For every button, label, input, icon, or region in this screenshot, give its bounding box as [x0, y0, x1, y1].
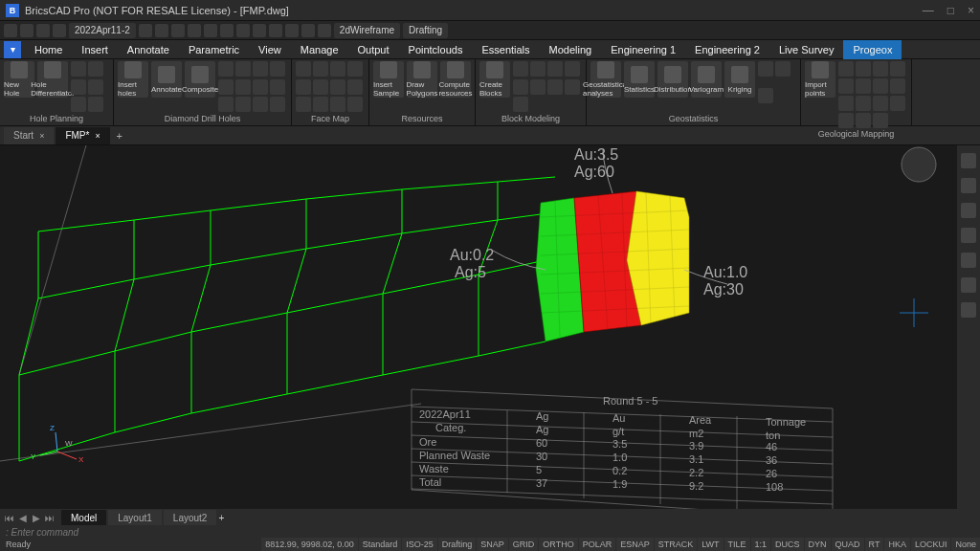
app-menu-button[interactable]: ▾: [4, 41, 21, 58]
side-tool-icon[interactable]: [961, 277, 976, 293]
ribbon-icon[interactable]: [890, 96, 905, 111]
side-tool-icon[interactable]: [961, 203, 976, 218]
maximize-button[interactable]: □: [947, 4, 954, 17]
add-tab-button[interactable]: +: [112, 130, 127, 142]
ribbon-icon[interactable]: [565, 79, 580, 95]
menu-modeling[interactable]: Modeling: [540, 40, 602, 59]
ribbon-icon[interactable]: [218, 97, 234, 112]
ribbon-icon[interactable]: [218, 61, 234, 77]
qat-icon[interactable]: [269, 24, 282, 37]
ribbon-icon[interactable]: [758, 61, 773, 77]
ribbon-icon[interactable]: [890, 61, 905, 77]
status-flag-1:1[interactable]: 1:1: [751, 538, 771, 551]
ribbon-icon[interactable]: [88, 61, 103, 77]
menu-essentials[interactable]: Essentials: [472, 40, 539, 59]
ribbon-icon[interactable]: [313, 97, 328, 112]
qat-icon[interactable]: [236, 24, 250, 37]
ribbon-icon[interactable]: [235, 61, 251, 77]
qat-icon[interactable]: [318, 24, 331, 37]
ribbon-button[interactable]: Kriging: [724, 61, 755, 98]
status-flag-dyn[interactable]: DYN: [805, 538, 831, 551]
ribbon-icon[interactable]: [775, 61, 791, 77]
ribbon-icon[interactable]: [270, 97, 285, 112]
menu-output[interactable]: Output: [348, 40, 399, 59]
status-flag-ducs[interactable]: DUCS: [771, 538, 804, 551]
ribbon-button[interactable]: Variogram: [691, 61, 722, 98]
menu-engineering1[interactable]: Engineering 1: [601, 40, 685, 59]
ribbon-icon[interactable]: [856, 96, 871, 111]
layout-tab[interactable]: Layout1: [108, 510, 162, 525]
command-line[interactable]: : Enter command: [0, 526, 980, 538]
ribbon-icon[interactable]: [88, 79, 103, 95]
status-flag-polar[interactable]: POLAR: [579, 538, 616, 551]
ribbon-button[interactable]: Geostatistical analyses: [590, 61, 621, 98]
menu-insert[interactable]: Insert: [72, 40, 118, 59]
menu-livesurvey[interactable]: Live Survey: [769, 40, 843, 59]
ribbon-icon[interactable]: [330, 61, 345, 77]
ribbon-icon[interactable]: [253, 79, 268, 95]
ribbon-icon[interactable]: [88, 97, 103, 112]
tab-nav-next[interactable]: ▶: [31, 513, 42, 523]
viewstyle-dropdown[interactable]: 2dWireframe: [334, 23, 400, 38]
ribbon-icon[interactable]: [296, 61, 311, 77]
qat-icon[interactable]: [20, 24, 33, 37]
ribbon-icon[interactable]: [313, 61, 328, 77]
ribbon-icon[interactable]: [270, 61, 285, 77]
status-flag-drafting[interactable]: Drafting: [438, 538, 477, 551]
ribbon-icon[interactable]: [330, 97, 345, 112]
ribbon-icon[interactable]: [873, 113, 888, 128]
menu-home[interactable]: Home: [25, 40, 72, 59]
ribbon-icon[interactable]: [547, 61, 563, 77]
menu-pointclouds[interactable]: Pointclouds: [399, 40, 473, 59]
workspace-dropdown[interactable]: Drafting: [403, 23, 448, 38]
ribbon-icon[interactable]: [235, 79, 251, 95]
status-flag-snap[interactable]: SNAP: [477, 538, 508, 551]
qat-icon[interactable]: [285, 24, 299, 37]
ribbon-icon[interactable]: [71, 61, 86, 77]
status-flag-none[interactable]: None: [951, 538, 980, 551]
ribbon-icon[interactable]: [296, 79, 311, 95]
ribbon-icon[interactable]: [347, 61, 363, 77]
ribbon-button[interactable]: Draw Polygons: [407, 61, 437, 98]
ribbon-icon[interactable]: [838, 78, 854, 94]
status-iso[interactable]: ISO-25: [402, 538, 437, 551]
ribbon-icon[interactable]: [856, 61, 871, 77]
menu-annotate[interactable]: Annotate: [118, 40, 179, 59]
tab-nav-prev[interactable]: ◀: [17, 513, 29, 523]
ribbon-icon[interactable]: [838, 113, 854, 128]
side-tool-icon[interactable]: [961, 153, 976, 168]
ribbon-icon[interactable]: [71, 97, 86, 112]
ribbon-icon[interactable]: [856, 78, 871, 94]
ribbon-button[interactable]: Hole Differentiator: [37, 61, 68, 98]
qat-icon[interactable]: [139, 24, 152, 37]
ribbon-icon[interactable]: [513, 97, 528, 112]
qat-icon[interactable]: [301, 24, 315, 37]
status-flag-ortho[interactable]: ORTHO: [539, 538, 577, 551]
ribbon-button[interactable]: Insert Sample: [373, 61, 404, 98]
side-tool-icon[interactable]: [961, 228, 976, 243]
ribbon-icon[interactable]: [530, 61, 546, 77]
status-flag-tile[interactable]: TILE: [724, 538, 750, 551]
menu-manage[interactable]: Manage: [291, 40, 348, 59]
status-flag-grid[interactable]: GRID: [509, 538, 539, 551]
drawing-canvas[interactable]: Au:3.5 Ag:60 Au:0.2 Ag:5 Au:1.0 Ag:30 X …: [0, 145, 957, 509]
menu-view[interactable]: View: [249, 40, 291, 59]
side-tool-icon[interactable]: [961, 178, 976, 193]
menu-progeox[interactable]: Progeox: [843, 40, 902, 59]
ribbon-icon[interactable]: [873, 78, 888, 94]
ribbon-icon[interactable]: [547, 79, 563, 95]
view-cube[interactable]: [902, 147, 936, 182]
ribbon-icon[interactable]: [71, 79, 86, 95]
status-flag-lockui[interactable]: LOCKUI: [911, 538, 951, 551]
ribbon-icon[interactable]: [347, 79, 363, 95]
doc-dropdown[interactable]: 2022Apr11-2: [69, 23, 136, 38]
ribbon-icon[interactable]: [218, 79, 234, 95]
ribbon-icon[interactable]: [873, 96, 888, 111]
ribbon-button[interactable]: Compute resources: [440, 61, 471, 98]
ribbon-icon[interactable]: [313, 79, 328, 95]
qat-icon[interactable]: [188, 24, 201, 37]
status-flag-lwt[interactable]: LWT: [698, 538, 723, 551]
ribbon-button[interactable]: Distribution: [657, 61, 688, 98]
ribbon-button[interactable]: Create Blocks: [479, 61, 510, 98]
ribbon-icon[interactable]: [530, 79, 546, 95]
